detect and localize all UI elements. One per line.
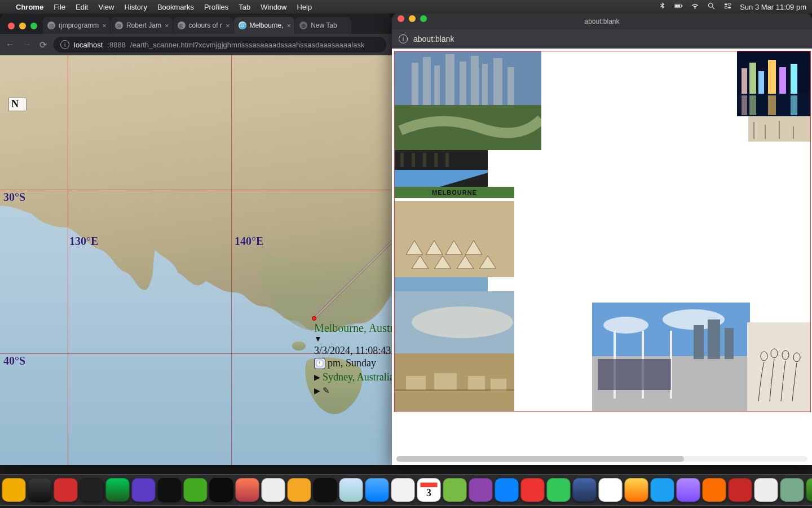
nearby-city-row[interactable]: ▶ Sydney, Australia — [314, 371, 392, 383]
browser-tab-active[interactable]: 🌐 Melbourne, × — [234, 17, 295, 34]
dock-app-firefox[interactable] — [236, 478, 259, 502]
dock-app[interactable] — [573, 478, 597, 502]
menu-file[interactable]: File — [54, 3, 65, 11]
dock-app[interactable] — [806, 478, 813, 502]
dock-app[interactable] — [28, 478, 52, 502]
browser-tab[interactable]: ◎ Robert Jam × — [111, 17, 173, 34]
dock-app[interactable] — [495, 478, 519, 502]
dock-app[interactable] — [158, 478, 182, 502]
svg-point-60 — [412, 306, 513, 338]
dock-app-calendar[interactable]: 3 — [417, 478, 441, 502]
window-minimize-button[interactable] — [19, 23, 26, 29]
window-close-button[interactable] — [8, 23, 15, 29]
menu-history[interactable]: History — [124, 3, 147, 11]
tab-close-icon[interactable]: × — [226, 21, 230, 30]
svg-rect-71 — [694, 325, 704, 359]
city-name-label[interactable]: Melbourne, Australia — [314, 322, 392, 335]
dock-app[interactable] — [106, 478, 130, 502]
scrollbar-thumb[interactable] — [396, 456, 684, 462]
wifi-icon[interactable] — [691, 2, 699, 12]
svg-rect-26 — [768, 60, 776, 94]
image-collage: MELBOURNE — [394, 51, 811, 412]
svg-rect-41 — [412, 153, 415, 167]
edit-row[interactable]: ▶ ✎ — [314, 386, 330, 396]
dock-app[interactable] — [729, 478, 752, 502]
dock-app[interactable] — [262, 478, 285, 502]
collage-image — [395, 277, 488, 291]
svg-rect-43 — [434, 153, 438, 167]
browser-tab[interactable]: ⊕ New Tab — [295, 17, 351, 34]
menu-edit[interactable]: Edit — [76, 3, 88, 11]
city-marker-melbourne[interactable] — [312, 316, 316, 321]
svg-rect-25 — [758, 71, 764, 94]
address-path: /earth_scanner.html?xcvmjgjghmnsssasaaaa… — [130, 41, 365, 49]
disclosure-row[interactable]: ▼ — [314, 335, 322, 344]
horizontal-scrollbar[interactable] — [396, 456, 807, 462]
menu-bookmarks[interactable]: Bookmarks — [157, 3, 194, 11]
control-center-icon[interactable] — [723, 2, 732, 12]
browser-tab[interactable]: ◎ colours of r × — [173, 17, 233, 34]
chevron-right-icon: ▶ — [314, 373, 320, 382]
tab-close-icon[interactable]: × — [165, 21, 169, 30]
dock-app[interactable] — [391, 478, 415, 502]
svg-rect-78 — [747, 322, 810, 411]
favicon-icon: ◎ — [115, 21, 123, 29]
window-zoom-button[interactable] — [420, 15, 427, 22]
menu-profiles[interactable]: Profiles — [204, 3, 228, 11]
svg-rect-7 — [725, 7, 727, 8]
dock-app-filezilla[interactable] — [54, 478, 78, 502]
dock-app[interactable] — [80, 478, 104, 502]
dock-app[interactable] — [703, 478, 726, 502]
dock-app-appstore[interactable] — [365, 478, 389, 502]
tab-close-icon[interactable]: × — [287, 21, 292, 30]
menubar-clock[interactable]: Sun 3 Mar 11:09 pm — [740, 3, 806, 11]
window-zoom-button[interactable] — [30, 23, 37, 29]
popup-window: about:blank i about:blank — [392, 14, 812, 465]
dock-app[interactable] — [184, 478, 208, 502]
site-info-icon[interactable]: i — [399, 34, 408, 43]
dock-app-appletv[interactable] — [314, 478, 337, 502]
menu-window[interactable]: Window — [261, 3, 286, 11]
active-app-name[interactable]: Chrome — [16, 3, 43, 11]
dock-app[interactable] — [780, 478, 804, 502]
nav-reload-button[interactable]: ⟳ — [39, 40, 47, 50]
battery-icon[interactable] — [674, 2, 683, 12]
svg-rect-63 — [434, 373, 457, 390]
dock-app[interactable] — [547, 478, 571, 502]
spotlight-icon[interactable] — [707, 2, 716, 12]
tab-close-icon[interactable]: × — [102, 21, 107, 30]
svg-rect-8 — [728, 7, 731, 8]
dock-app[interactable] — [339, 478, 363, 502]
nav-back-button[interactable]: ← — [6, 40, 15, 50]
dock-app[interactable] — [521, 478, 545, 502]
nav-forward-button[interactable]: → — [23, 40, 32, 50]
dock-app-terminal[interactable] — [210, 478, 233, 502]
svg-rect-44 — [445, 153, 449, 167]
tab-label: Robert Jam — [126, 21, 161, 29]
popup-titlebar[interactable]: about:blank — [392, 14, 812, 29]
dock-app[interactable] — [625, 478, 648, 502]
map-viewport[interactable]: 30°S 40°S 130°E 140°E N Melbourne, Austr… — [0, 55, 392, 465]
menu-help[interactable]: Help — [297, 3, 312, 11]
svg-rect-49 — [395, 201, 514, 277]
site-info-icon[interactable]: i — [60, 40, 69, 49]
dock-app[interactable] — [599, 478, 623, 502]
menu-tab[interactable]: Tab — [239, 3, 250, 11]
window-minimize-button[interactable] — [409, 15, 416, 22]
svg-rect-18 — [471, 56, 479, 105]
dock-app[interactable] — [677, 478, 700, 502]
browser-tab[interactable]: ◎ rjmprogramm × — [43, 17, 110, 34]
svg-rect-2 — [675, 5, 680, 7]
dock-app[interactable] — [443, 478, 467, 502]
menu-view[interactable]: View — [98, 3, 114, 11]
dock-app-podcasts[interactable] — [469, 478, 493, 502]
address-bar[interactable]: i localhost:8888/earth_scanner.html?xcvm… — [54, 37, 386, 52]
chrome-window: ◎ rjmprogramm × ◎ Robert Jam × ◎ colours… — [0, 14, 392, 465]
dock-app[interactable] — [132, 478, 156, 502]
dock-app[interactable] — [754, 478, 778, 502]
dock-app[interactable] — [288, 478, 311, 502]
dock-app[interactable] — [2, 478, 26, 502]
bluetooth-icon[interactable] — [658, 2, 667, 12]
dock-app[interactable] — [651, 478, 674, 502]
window-close-button[interactable] — [398, 15, 404, 22]
